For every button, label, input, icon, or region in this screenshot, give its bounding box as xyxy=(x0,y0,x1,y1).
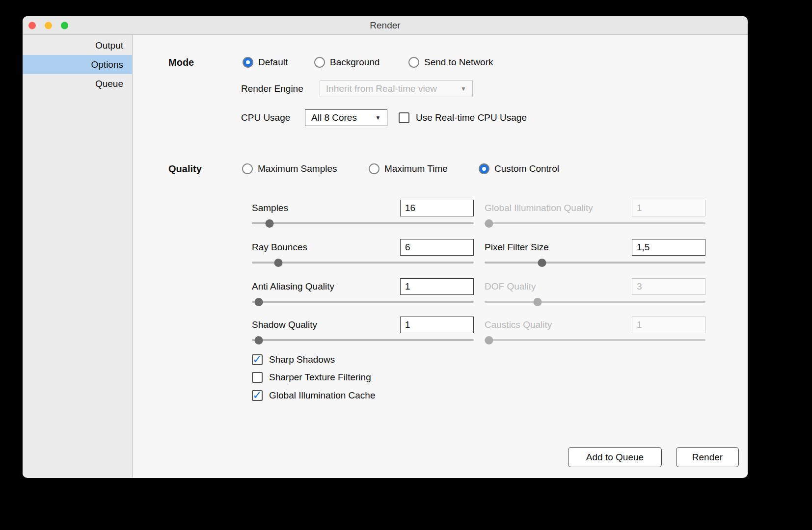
slider-thumb[interactable] xyxy=(266,219,274,228)
dof-quality-label: DOF Quality xyxy=(485,278,536,295)
shadow-quality-slider[interactable] xyxy=(252,336,474,344)
sidebar-item-output[interactable]: Output xyxy=(23,36,132,55)
ray-bounces-slider[interactable] xyxy=(252,258,474,267)
global-illumination-quality-label: Global Illumination Quality xyxy=(485,200,593,216)
radio-unselected-icon xyxy=(408,57,419,68)
add-to-queue-button[interactable]: Add to Queue xyxy=(568,447,662,467)
slider-track xyxy=(485,262,705,264)
radio-unselected-icon xyxy=(314,57,325,68)
anti-aliasing-quality-slider[interactable] xyxy=(252,297,474,306)
global-illumination-quality-slider xyxy=(485,219,705,228)
radio-label: Background xyxy=(330,55,379,69)
render-engine-label: Render Engine xyxy=(241,80,303,97)
shadow-quality-input[interactable] xyxy=(400,317,474,333)
caustics-quality-slider xyxy=(485,336,705,344)
slider-track xyxy=(252,222,474,224)
slider-thumb[interactable] xyxy=(254,298,263,306)
caustics-quality-label: Caustics Quality xyxy=(485,317,552,333)
sharp-shadows-checkbox[interactable]: ✓ Sharp Shadows xyxy=(252,353,335,367)
chevron-down-icon: ▼ xyxy=(375,114,381,121)
window-title: Render xyxy=(370,20,400,31)
quality-radio-custom-control[interactable]: Custom Control xyxy=(479,162,559,176)
slider-thumb xyxy=(534,298,542,306)
samples-label: Samples xyxy=(252,200,288,216)
slider-track xyxy=(252,262,474,264)
samples-field: Samples xyxy=(252,200,474,231)
global-illumination-quality-field: Global Illumination Quality xyxy=(485,200,705,231)
shadow-quality-field: Shadow Quality xyxy=(252,317,474,348)
sidebar-item-options[interactable]: Options xyxy=(23,55,132,74)
render-button[interactable]: Render xyxy=(676,447,739,467)
anti-aliasing-quality-input[interactable] xyxy=(400,278,474,295)
select-value: All 8 Cores xyxy=(311,112,371,123)
checkbox-unchecked-icon xyxy=(252,372,263,383)
cpu-usage-label: CPU Usage xyxy=(241,109,290,126)
slider-thumb[interactable] xyxy=(538,259,546,267)
samples-input[interactable] xyxy=(400,200,474,216)
slider-track xyxy=(252,301,474,303)
slider-track xyxy=(485,301,705,303)
dof-quality-field: DOF Quality xyxy=(485,278,705,310)
close-window-button[interactable] xyxy=(28,22,36,29)
global-illumination-cache-checkbox[interactable]: ✓ Global Illumination Cache xyxy=(252,389,376,402)
shadow-quality-label: Shadow Quality xyxy=(252,317,317,333)
zoom-window-button[interactable] xyxy=(61,22,68,29)
caustics-quality-field: Caustics Quality xyxy=(485,317,705,348)
slider-thumb xyxy=(485,336,493,344)
caustics-quality-input xyxy=(632,317,705,333)
slider-thumb xyxy=(485,219,493,228)
options-panel: Mode Default Background Send to Network … xyxy=(133,35,748,477)
samples-slider[interactable] xyxy=(252,219,474,228)
slider-thumb[interactable] xyxy=(274,259,283,267)
checkmark-icon: ✓ xyxy=(252,354,262,364)
sharper-texture-filtering-checkbox[interactable]: Sharper Texture Filtering xyxy=(252,371,371,384)
mode-radio-default[interactable]: Default xyxy=(243,55,288,69)
sidebar: Output Options Queue xyxy=(23,35,133,477)
checkbox-checked-icon: ✓ xyxy=(252,390,263,401)
pixel-filter-size-input[interactable] xyxy=(632,239,705,256)
render-window: Render Output Options Queue Mode Default… xyxy=(23,16,748,478)
pixel-filter-size-label: Pixel Filter Size xyxy=(485,239,549,256)
chevron-down-icon: ▼ xyxy=(460,85,466,92)
mode-radio-background[interactable]: Background xyxy=(314,55,379,69)
title-bar[interactable]: Render xyxy=(23,16,748,35)
global-illumination-quality-input xyxy=(632,200,705,216)
quality-section-label: Quality xyxy=(168,162,202,176)
radio-unselected-icon xyxy=(369,163,379,174)
window-controls xyxy=(28,22,68,29)
minimize-window-button[interactable] xyxy=(45,22,52,29)
ray-bounces-input[interactable] xyxy=(400,239,474,256)
slider-track xyxy=(485,339,705,341)
radio-label: Default xyxy=(258,55,288,69)
radio-selected-icon xyxy=(479,163,489,174)
slider-thumb[interactable] xyxy=(254,336,263,344)
checkbox-unchecked-icon xyxy=(399,112,409,123)
pixel-filter-size-slider[interactable] xyxy=(485,258,705,267)
radio-label: Maximum Time xyxy=(384,162,448,176)
quality-radio-maximum-time[interactable]: Maximum Time xyxy=(369,162,448,176)
anti-aliasing-quality-field: Anti Aliasing Quality xyxy=(252,278,474,310)
quality-radio-maximum-samples[interactable]: Maximum Samples xyxy=(242,162,337,176)
checkbox-checked-icon: ✓ xyxy=(252,354,263,365)
radio-selected-icon xyxy=(243,57,253,68)
anti-aliasing-quality-label: Anti Aliasing Quality xyxy=(252,278,334,295)
radio-label: Maximum Samples xyxy=(258,162,337,176)
render-engine-select[interactable]: Inherit from Real-time view ▼ xyxy=(320,80,473,97)
slider-track xyxy=(485,222,705,224)
dof-quality-input xyxy=(632,278,705,295)
mode-radio-send-to-network[interactable]: Send to Network xyxy=(408,55,493,69)
cpu-usage-select[interactable]: All 8 Cores ▼ xyxy=(305,109,387,126)
checkbox-label: Sharp Shadows xyxy=(269,353,335,367)
select-value: Inherit from Real-time view xyxy=(326,83,457,94)
mode-section-label: Mode xyxy=(168,55,194,69)
radio-label: Custom Control xyxy=(494,162,559,176)
checkbox-label: Use Real-time CPU Usage xyxy=(416,111,527,125)
use-realtime-cpu-checkbox[interactable]: Use Real-time CPU Usage xyxy=(399,111,527,125)
pixel-filter-size-field: Pixel Filter Size xyxy=(485,239,705,270)
sidebar-item-queue[interactable]: Queue xyxy=(23,74,132,93)
radio-label: Send to Network xyxy=(424,55,493,69)
slider-track xyxy=(252,339,474,341)
checkbox-label: Sharper Texture Filtering xyxy=(269,371,371,384)
dof-quality-slider xyxy=(485,297,705,306)
checkbox-label: Global Illumination Cache xyxy=(269,389,376,402)
